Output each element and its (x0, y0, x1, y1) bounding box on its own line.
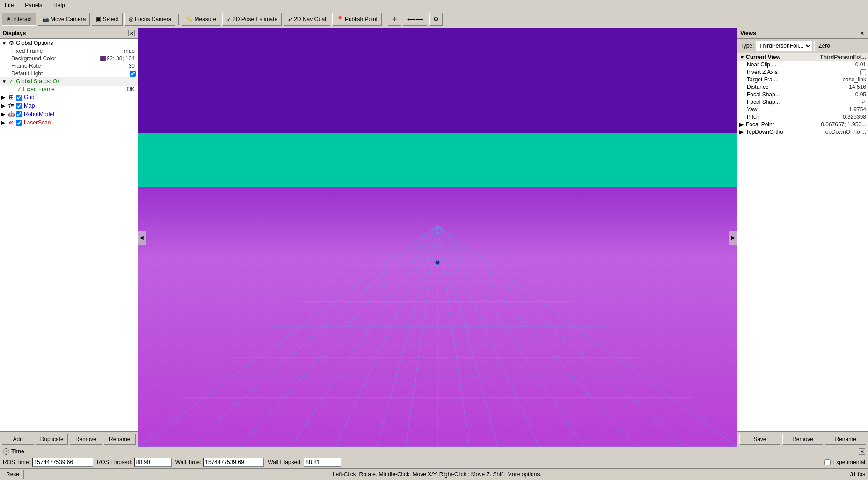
focus-camera-label: Focus Camera (135, 16, 172, 22)
svg-line-17 (189, 225, 438, 447)
duplicate-button[interactable]: Duplicate (36, 434, 68, 445)
laserscan-label[interactable]: LaserScan (23, 119, 137, 126)
views-type-dropdown[interactable]: ThirdPersonFoll... (756, 41, 812, 51)
map-row[interactable]: ▶ 🗺 Map (0, 102, 138, 110)
focal-point-row[interactable]: ▶ Focal Point 0.067657; 1.950... (737, 121, 868, 128)
laserscan-icon: ⊛ (7, 119, 15, 126)
background-color-value: 92; 38; 134 (107, 55, 137, 62)
reset-button[interactable]: Reset (3, 470, 24, 479)
robotmodel-icon: 🤖 (7, 110, 15, 118)
nav-goal-button[interactable]: ➶ 2D Nav Goal (284, 13, 330, 26)
views-save-button[interactable]: Save (739, 434, 780, 445)
remove-button[interactable]: Remove (70, 434, 102, 445)
default-light-row[interactable]: Default Light (0, 70, 138, 77)
pitch-row[interactable]: Pitch 0.325398 (737, 113, 868, 121)
add-button[interactable]: Add (2, 434, 34, 445)
menu-file[interactable]: File (2, 1, 16, 9)
svg-line-19 (240, 225, 438, 447)
laserscan-checkbox[interactable] (16, 120, 22, 126)
robotmodel-checkbox[interactable] (16, 111, 22, 117)
flatten-button[interactable]: ⟵⟶ (403, 13, 427, 26)
displays-panel-buttons: Add Duplicate Remove Rename (0, 431, 138, 447)
global-status-arrow[interactable]: ▼ (1, 78, 7, 85)
menu-panels[interactable]: Panels (22, 1, 45, 9)
global-status-icon: ✓ (7, 78, 15, 85)
select-label: Select (102, 16, 118, 22)
map-checkbox[interactable] (16, 103, 22, 109)
displays-panel: Displays ✕ ▼ ⚙ Global Options Fixed Fram… (0, 28, 138, 447)
rename-button[interactable]: Rename (104, 434, 136, 445)
global-options-arrow[interactable]: ▼ (1, 40, 7, 46)
move-camera-button[interactable]: 📷 Move Camera (38, 13, 90, 26)
focal-point-arrow[interactable]: ▶ (739, 121, 746, 128)
measure-label: Measure (194, 16, 216, 22)
svg-line-28 (438, 225, 469, 447)
pose-estimate-button[interactable]: ➶ 2D Pose Estimate (222, 13, 282, 26)
wall-time-label: Wall Time: (175, 459, 202, 465)
map-expand-arrow[interactable]: ▶ (1, 102, 7, 109)
background-color-row[interactable]: Background Color 92; 38; 134 (0, 55, 138, 62)
experimental-checkbox[interactable] (824, 459, 831, 465)
time-panel-close[interactable]: ✕ (859, 448, 865, 455)
focal-shape1-row[interactable]: Focal Shap... 0.05 (737, 91, 868, 98)
wall-time-input[interactable] (203, 458, 264, 467)
fixed-frame-row[interactable]: Fixed Frame map (0, 47, 138, 55)
svg-point-33 (436, 262, 437, 264)
robotmodel-row[interactable]: ▶ 🤖 RobotModel (0, 110, 138, 118)
select-button[interactable]: ▣ Select (92, 13, 122, 26)
svg-line-23 (336, 225, 438, 447)
yaw-row[interactable]: Yaw 1.9754 (737, 106, 868, 113)
views-tree: ▼ Current View ThirdPersonFol... Near Cl… (737, 53, 868, 431)
yaw-label: Yaw (747, 106, 849, 113)
time-panel-header: Time ✕ (0, 447, 868, 456)
distance-row[interactable]: Distance 14.516 (737, 83, 868, 91)
map-label[interactable]: Map (23, 102, 137, 109)
grid-expand-arrow[interactable]: ▶ (1, 94, 7, 101)
interact-button[interactable]: 🖱 Interact (2, 13, 36, 26)
views-rename-button[interactable]: Rename (825, 434, 866, 445)
grid-checkbox[interactable] (16, 95, 22, 101)
global-status-fixed-frame-row[interactable]: ✓ Fixed Frame OK (0, 86, 138, 93)
views-zero-button[interactable]: Zero (814, 41, 834, 51)
toolbar-separator-2 (385, 14, 385, 25)
pose-estimate-label: 2D Pose Estimate (233, 16, 277, 22)
svg-line-21 (291, 225, 438, 447)
viewport-scroll-left[interactable]: ◀ (138, 231, 146, 245)
focus-camera-icon: ◎ (129, 16, 133, 22)
wall-elapsed-input[interactable] (304, 458, 341, 467)
displays-panel-close[interactable]: ✕ (128, 30, 135, 36)
default-light-checkbox[interactable] (130, 71, 136, 77)
publish-point-button[interactable]: 📍 Publish Point (332, 13, 382, 26)
invert-z-row[interactable]: Invert Z Axis (737, 68, 868, 76)
laserscan-row[interactable]: ▶ ⊛ LaserScan (0, 118, 138, 127)
measure-button[interactable]: 📏 Measure (182, 13, 220, 26)
robotmodel-label[interactable]: RobotModel (23, 111, 137, 117)
target-frame-row[interactable]: Target Fra... base_link (737, 76, 868, 83)
invert-z-checkbox[interactable] (860, 69, 866, 75)
distance-label: Distance (747, 84, 849, 90)
laserscan-expand-arrow[interactable]: ▶ (1, 119, 7, 126)
robotmodel-expand-arrow[interactable]: ▶ (1, 111, 7, 117)
ros-time-input[interactable] (32, 458, 93, 467)
topdown-arrow[interactable]: ▶ (739, 129, 746, 135)
current-view-arrow[interactable]: ▼ (739, 54, 746, 60)
grid-label[interactable]: Grid (23, 94, 137, 101)
focal-shape2-row[interactable]: Focal Shap... ✓ (737, 98, 868, 106)
views-panel-close[interactable]: ✕ (859, 30, 865, 36)
nav-goal-label: 2D Nav Goal (294, 16, 326, 22)
axes-button[interactable]: ✛ (388, 13, 401, 26)
current-view-header[interactable]: ▼ Current View ThirdPersonFol... (737, 53, 868, 61)
settings-button[interactable]: ⚙ (429, 13, 443, 26)
menu-help[interactable]: Help (51, 1, 68, 9)
global-options-row[interactable]: ▼ ⚙ Global Options (0, 39, 138, 47)
grid-row[interactable]: ▶ ⊞ Grid (0, 93, 138, 102)
near-clip-row[interactable]: Near Clip ... 0.01 (737, 61, 868, 68)
focus-camera-button[interactable]: ◎ Focus Camera (124, 13, 176, 26)
ros-elapsed-input[interactable] (134, 458, 172, 467)
topdown-row[interactable]: ▶ TopDownOrtho TopDownOrtho ... (737, 128, 868, 136)
viewport-scroll-right[interactable]: ▶ (729, 231, 737, 245)
global-status-row[interactable]: ▼ ✓ Global Status: Ok (0, 77, 138, 86)
viewport[interactable]: ◀ ▶ (138, 28, 737, 447)
frame-rate-row[interactable]: Frame Rate 30 (0, 62, 138, 70)
views-remove-button[interactable]: Remove (782, 434, 824, 445)
